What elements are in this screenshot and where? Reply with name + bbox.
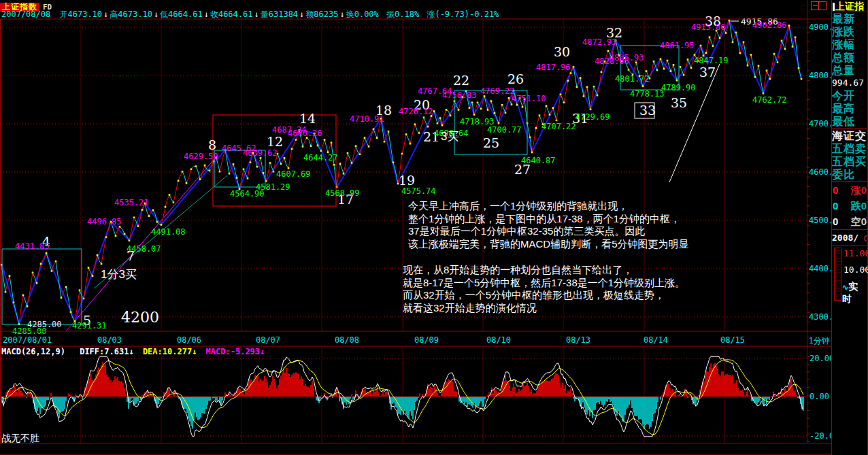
info-field-value: 4673.10 [118,10,152,19]
pivot-number-label: 33 [639,103,656,118]
info-field-label: 开 [59,10,67,19]
count-label: 跌0 [851,198,867,214]
date-label: 2007/08/01 [3,335,52,345]
peak-price-label: 4535.21 [114,198,149,207]
date-label: 08/08 [335,335,359,345]
down-arrow-icon: ↓ [204,10,209,19]
date-text: 2008/ [832,233,858,243]
sidebar-title[interactable]: 上证指 [832,0,867,12]
info-field-value: 4664.61 [168,10,203,19]
low-price-label: 4581.29 [256,182,290,192]
count-value: 0 [833,214,838,229]
analysis-line: 就看这32开始走势的演化情况 [403,302,685,315]
sidebar-count-row: 0涨0 [832,182,867,198]
watermark-text: 战无不胜 [1,433,39,445]
low-price-label: 4607.69 [276,169,311,179]
pivot-number-label: 35 [671,95,687,110]
sidebar-item-委比[interactable]: 委比 [832,168,867,181]
date-label: 08/09 [414,335,439,345]
trendline-magenta [66,155,218,331]
sidebar-item-五档买[interactable]: 五档买 [832,155,867,168]
sidebar-item-涨跌[interactable]: 涨跌 [832,25,867,38]
low-price-label: 4575.74 [401,186,436,196]
analysis-line: 现在，从8开始走势的一种划分也自然当下给出了， [403,264,685,277]
info-field-value: 0.18% [395,10,419,19]
count-label: 空0 [851,214,867,229]
macd-header: MACD(26,12,9) DIFF:7.631↓ DEA:10.277↓ MA… [1,348,265,356]
analysis-line: 37是对最后一个1分钟中枢32-35的第三类买点。因此 [408,225,689,238]
macd-diff-value: DIFF:7.631 [80,347,129,356]
cursor-bar [833,3,835,11]
sidebar-date: 2008/ [832,231,867,245]
peak-price-label: 4817.96 [536,63,571,72]
info-field-value: 631384 [269,10,298,19]
pivot-number-label: 22 [453,73,469,88]
macd-title[interactable]: MACD(26,12,9) [1,347,65,356]
sidebar-item-涨幅[interactable]: 涨幅 [832,38,867,51]
sidebar-item-最高[interactable]: 最高 [832,102,867,115]
level-4200-label: 4200 [121,309,159,326]
sidebar-rows: 最新涨跌涨幅总额总量994.67今开最高最低海证交五档卖五档买委比0涨00跌00… [832,12,867,305]
date-label: 08/10 [486,335,511,345]
peak-price-label: 4726.12 [399,107,433,116]
date-label: 08/13 [566,335,590,345]
low-price-label: 4789.90 [661,83,696,92]
buy-point-3-label: 3买 [441,130,458,143]
check-icon: ∿ [842,283,848,291]
date-label: 08/14 [644,335,668,345]
sidebar-item-今开[interactable]: 今开 [832,89,867,102]
realtime-label[interactable]: ∿实时 [842,281,867,305]
info-field-label: 换 [346,10,354,19]
sidebar-item-最低[interactable]: 最低 [832,115,867,128]
info-field-value: 4664.61 [218,10,253,19]
info-field-label: 振 [386,10,395,19]
low-price-label: 4568.99 [325,188,360,198]
peak-price-label: 4756.83 [442,90,477,100]
gauge-ladder [834,248,841,301]
count-value: 0 [833,198,838,214]
date-label: 08/07 [256,335,280,345]
down-arrow-icon: ↓ [103,10,108,19]
info-field-label: 高 [110,10,118,19]
macd-axis-label: 20.00 [809,354,834,363]
analysis-line: 该上涨极端完美，背驰的MACD辅助判断，看5分钟图更为明显 [408,238,689,251]
sidebar-gauge: 11.0010.00∿实时 [832,245,867,305]
pivot-number-label: 37 [699,65,716,80]
sidebar-item-五档卖[interactable]: 五档卖 [832,142,867,155]
peak-price-label: 4861.95 [660,41,695,50]
analysis-line: 而从32开始，一个5分钟中枢的雏形也出现，极短线走势， [403,289,685,302]
info-field-value: 86235 [314,10,338,19]
peak-price-label: 4431.85 [15,241,50,251]
clock-icon [864,235,867,241]
sidebar-item-最新[interactable]: 最新 [832,12,867,25]
gauge-high-value: 11.00 [844,248,868,258]
peak-price-label: 4751.10 [512,94,546,103]
analysis-line: 今天早上冲高后，一个1分钟级别的背驰就出现， [408,200,689,213]
macd-dea-value: DEA:10.277 [143,347,192,356]
field-gap [380,10,385,19]
low-price-label: 4291.31 [72,321,107,331]
low-price-label: 4729.69 [575,112,610,122]
sidebar-item-海证交[interactable]: 海证交 [832,129,867,142]
info-field-label: 量 [261,10,269,19]
sidebar-item-总额[interactable]: 总额 [832,51,867,64]
down-arrow-icon: ↓ [260,347,265,356]
low-price-label: 4700.77 [487,125,522,135]
sidebar-item-总量[interactable]: 总量 [832,64,867,77]
sidebar-title-text: 上证指 [835,1,864,12]
info-field-value: (-9.73)-0.21% [435,10,499,19]
sidebar-volume-value: 994.67 [832,77,867,89]
low-price-label: 4491.08 [151,227,186,237]
buy-point-1-label: 1分3买 [101,268,137,281]
period-label: 1分钟 [809,336,830,346]
info-field-value: 0.00% [354,10,379,19]
low-price-label: 4707.22 [541,122,576,131]
count-label: 涨0 [851,182,867,198]
date-label: 08/03 [97,335,122,345]
macd-value: MACD:-5.293 [206,347,260,356]
peak-price-label: 4769.22 [480,86,515,96]
window-icon[interactable] [811,1,827,10]
low-price-label: 4762.72 [752,95,787,105]
down-arrow-icon: ↓ [154,10,158,19]
info-field-label: 额 [305,10,314,19]
